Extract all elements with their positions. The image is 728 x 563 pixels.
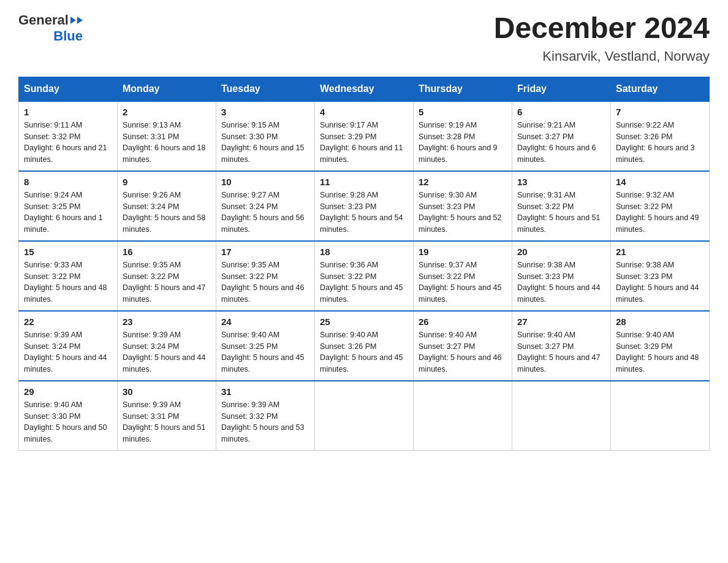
day-cell-19: 19Sunrise: 9:37 AMSunset: 3:22 PMDayligh… [414,241,512,311]
day-info: Sunrise: 9:37 AMSunset: 3:22 PMDaylight:… [419,259,507,305]
day-number: 18 [320,247,408,257]
day-info: Sunrise: 9:40 AMSunset: 3:25 PMDaylight:… [221,329,309,375]
day-number: 14 [616,177,704,187]
day-info: Sunrise: 9:31 AMSunset: 3:22 PMDaylight:… [517,190,605,236]
day-number: 16 [123,247,211,257]
day-info: Sunrise: 9:19 AMSunset: 3:28 PMDaylight:… [419,120,507,166]
day-cell-17: 17Sunrise: 9:35 AMSunset: 3:22 PMDayligh… [216,241,315,311]
month-title: December 2024 [494,12,710,45]
day-info: Sunrise: 9:40 AMSunset: 3:30 PMDaylight:… [24,399,112,445]
day-info: Sunrise: 9:28 AMSunset: 3:23 PMDaylight:… [320,190,408,236]
day-cell-12: 12Sunrise: 9:30 AMSunset: 3:23 PMDayligh… [414,171,512,241]
logo: General Blue [18,12,83,44]
day-number: 9 [123,177,211,187]
day-cell-18: 18Sunrise: 9:36 AMSunset: 3:22 PMDayligh… [315,241,414,311]
day-info: Sunrise: 9:30 AMSunset: 3:23 PMDaylight:… [419,190,507,236]
empty-cell [611,381,710,451]
day-info: Sunrise: 9:35 AMSunset: 3:22 PMDaylight:… [123,259,211,305]
day-info: Sunrise: 9:24 AMSunset: 3:25 PMDaylight:… [24,190,112,236]
day-number: 1 [24,107,112,117]
day-cell-23: 23Sunrise: 9:39 AMSunset: 3:24 PMDayligh… [118,311,216,381]
day-cell-24: 24Sunrise: 9:40 AMSunset: 3:25 PMDayligh… [216,311,315,381]
day-info: Sunrise: 9:39 AMSunset: 3:24 PMDaylight:… [24,329,112,375]
day-info: Sunrise: 9:33 AMSunset: 3:22 PMDaylight:… [24,259,112,305]
day-cell-31: 31Sunrise: 9:39 AMSunset: 3:32 PMDayligh… [216,381,315,451]
weekday-header-saturday: Saturday [611,77,710,101]
day-number: 25 [320,316,408,327]
day-info: Sunrise: 9:38 AMSunset: 3:23 PMDaylight:… [517,259,605,305]
day-cell-3: 3Sunrise: 9:15 AMSunset: 3:30 PMDaylight… [216,101,315,171]
day-cell-29: 29Sunrise: 9:40 AMSunset: 3:30 PMDayligh… [19,381,118,451]
day-info: Sunrise: 9:15 AMSunset: 3:30 PMDaylight:… [221,120,309,166]
day-number: 20 [517,247,605,257]
day-info: Sunrise: 9:21 AMSunset: 3:27 PMDaylight:… [517,120,605,166]
week-row-5: 29Sunrise: 9:40 AMSunset: 3:30 PMDayligh… [19,381,710,451]
day-cell-16: 16Sunrise: 9:35 AMSunset: 3:22 PMDayligh… [118,241,216,311]
week-row-2: 8Sunrise: 9:24 AMSunset: 3:25 PMDaylight… [19,171,710,241]
day-cell-22: 22Sunrise: 9:39 AMSunset: 3:24 PMDayligh… [19,311,118,381]
day-cell-21: 21Sunrise: 9:38 AMSunset: 3:23 PMDayligh… [611,241,710,311]
day-number: 17 [221,247,309,257]
weekday-header-tuesday: Tuesday [216,77,315,101]
day-cell-2: 2Sunrise: 9:13 AMSunset: 3:31 PMDaylight… [118,101,216,171]
day-info: Sunrise: 9:40 AMSunset: 3:26 PMDaylight:… [320,329,408,375]
day-number: 4 [320,107,408,117]
day-number: 15 [24,247,112,257]
day-info: Sunrise: 9:32 AMSunset: 3:22 PMDaylight:… [616,190,704,236]
day-number: 23 [123,316,211,327]
day-number: 10 [221,177,309,187]
day-cell-13: 13Sunrise: 9:31 AMSunset: 3:22 PMDayligh… [512,171,611,241]
day-number: 26 [419,316,507,327]
day-cell-10: 10Sunrise: 9:27 AMSunset: 3:24 PMDayligh… [216,171,315,241]
day-number: 19 [419,247,507,257]
day-number: 7 [616,107,704,117]
weekday-header-monday: Monday [118,77,216,101]
title-section: December 2024 Kinsarvik, Vestland, Norwa… [494,12,710,64]
day-number: 12 [419,177,507,187]
weekday-header-thursday: Thursday [414,77,512,101]
calendar-table: SundayMondayTuesdayWednesdayThursdayFrid… [18,77,710,451]
day-info: Sunrise: 9:40 AMSunset: 3:27 PMDaylight:… [517,329,605,375]
day-cell-5: 5Sunrise: 9:19 AMSunset: 3:28 PMDaylight… [414,101,512,171]
day-number: 31 [221,386,309,397]
day-info: Sunrise: 9:35 AMSunset: 3:22 PMDaylight:… [221,259,309,305]
day-number: 6 [517,107,605,117]
day-cell-4: 4Sunrise: 9:17 AMSunset: 3:29 PMDaylight… [315,101,414,171]
day-cell-8: 8Sunrise: 9:24 AMSunset: 3:25 PMDaylight… [19,171,118,241]
day-info: Sunrise: 9:38 AMSunset: 3:23 PMDaylight:… [616,259,704,305]
day-info: Sunrise: 9:27 AMSunset: 3:24 PMDaylight:… [221,190,309,236]
weekday-header-wednesday: Wednesday [315,77,414,101]
day-cell-28: 28Sunrise: 9:40 AMSunset: 3:29 PMDayligh… [611,311,710,381]
day-info: Sunrise: 9:39 AMSunset: 3:32 PMDaylight:… [221,399,309,445]
location-subtitle: Kinsarvik, Vestland, Norway [494,48,710,64]
day-cell-9: 9Sunrise: 9:26 AMSunset: 3:24 PMDaylight… [118,171,216,241]
day-number: 29 [24,386,112,397]
day-cell-27: 27Sunrise: 9:40 AMSunset: 3:27 PMDayligh… [512,311,611,381]
day-info: Sunrise: 9:26 AMSunset: 3:24 PMDaylight:… [123,190,211,236]
day-info: Sunrise: 9:17 AMSunset: 3:29 PMDaylight:… [320,120,408,166]
week-row-3: 15Sunrise: 9:33 AMSunset: 3:22 PMDayligh… [19,241,710,311]
day-info: Sunrise: 9:40 AMSunset: 3:27 PMDaylight:… [419,329,507,375]
day-info: Sunrise: 9:13 AMSunset: 3:31 PMDaylight:… [123,120,211,166]
day-cell-7: 7Sunrise: 9:22 AMSunset: 3:26 PMDaylight… [611,101,710,171]
logo-general-text: General [18,12,69,28]
day-cell-15: 15Sunrise: 9:33 AMSunset: 3:22 PMDayligh… [19,241,118,311]
weekday-header-friday: Friday [512,77,611,101]
day-cell-30: 30Sunrise: 9:39 AMSunset: 3:31 PMDayligh… [118,381,216,451]
page-header: General Blue December 2024 Kinsarvik, Ve… [18,12,710,64]
day-cell-25: 25Sunrise: 9:40 AMSunset: 3:26 PMDayligh… [315,311,414,381]
empty-cell [315,381,414,451]
day-info: Sunrise: 9:39 AMSunset: 3:24 PMDaylight:… [123,329,211,375]
day-number: 21 [616,247,704,257]
day-number: 2 [123,107,211,117]
day-number: 11 [320,177,408,187]
day-number: 27 [517,316,605,327]
weekday-header-row: SundayMondayTuesdayWednesdayThursdayFrid… [19,77,710,101]
day-cell-6: 6Sunrise: 9:21 AMSunset: 3:27 PMDaylight… [512,101,611,171]
day-number: 3 [221,107,309,117]
empty-cell [414,381,512,451]
day-number: 28 [616,316,704,327]
day-cell-14: 14Sunrise: 9:32 AMSunset: 3:22 PMDayligh… [611,171,710,241]
day-number: 30 [123,386,211,397]
day-info: Sunrise: 9:39 AMSunset: 3:31 PMDaylight:… [123,399,211,445]
